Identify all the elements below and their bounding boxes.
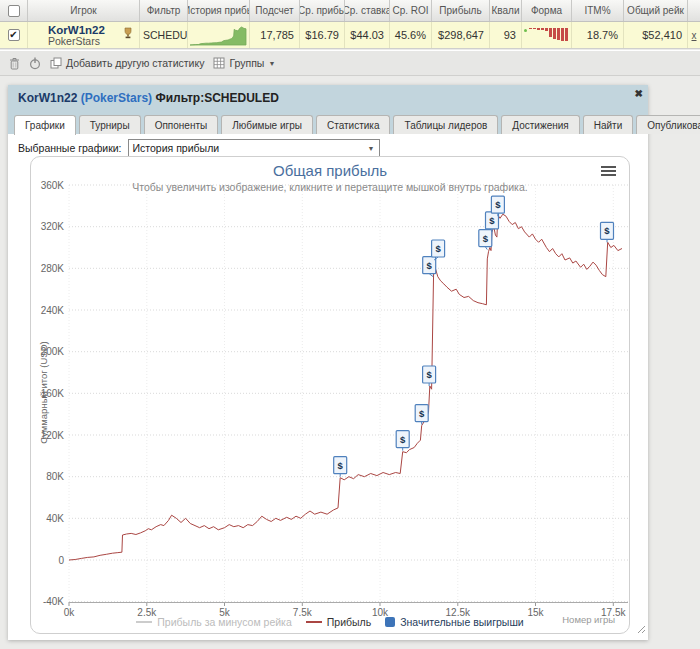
tab-opponents[interactable]: Оппоненты — [144, 115, 219, 134]
legend-item-1[interactable]: Прибыль — [306, 616, 371, 628]
y-tick-label: -40K — [43, 596, 64, 607]
legend-swatch — [136, 621, 152, 623]
form-dot — [524, 29, 527, 32]
close-panel-icon[interactable]: ✖ — [635, 88, 643, 99]
chart-menu-icon[interactable] — [601, 166, 616, 178]
player-stats-table: Игрок Фильтр История прибы Подсчет Ср. п… — [0, 0, 700, 49]
y-tick-label: 320K — [41, 221, 65, 232]
tab-statistics[interactable]: Статистика — [316, 115, 391, 134]
profit-line — [69, 214, 622, 560]
col-avg-roi[interactable]: Ср. ROI — [390, 0, 432, 21]
form-bar — [541, 28, 544, 30]
x-axis-title: Номер игры — [562, 614, 615, 625]
add-statistic-label: Добавить другую статистику — [66, 57, 204, 69]
avg-profit-cell: $16.79 — [300, 22, 345, 48]
trophy-icon — [123, 27, 133, 41]
profit-cell: $298,647 — [432, 22, 490, 48]
profit-history-sparkline — [188, 22, 250, 48]
win-marker[interactable]: $ — [479, 230, 492, 250]
table-row: ✔ KorW1n22 PokerStars SCHEDULED 17,785 $… — [0, 22, 700, 49]
select-all-checkbox[interactable] — [8, 5, 20, 17]
tab-favorite-games[interactable]: Любимые игры — [221, 115, 313, 134]
win-marker[interactable]: $ — [396, 431, 409, 451]
panel-site-link[interactable]: (PokerStars) — [81, 91, 152, 105]
player-detail-panel: KorW1n22 (PokerStars) Фильтр:SCHEDULED ✖… — [8, 85, 648, 640]
col-qualifies[interactable]: Квали — [490, 0, 522, 21]
win-marker[interactable]: $ — [486, 212, 499, 232]
legend-label: Значительные выигрыши — [400, 616, 523, 628]
col-profit[interactable]: Прибыль — [432, 0, 490, 21]
tab-achievements[interactable]: Достижения — [501, 115, 579, 134]
col-avg-stake[interactable]: Ср. ставка — [345, 0, 390, 21]
win-marker[interactable]: $ — [334, 457, 347, 477]
row-checkbox[interactable]: ✔ — [8, 29, 20, 41]
tab-tournaments[interactable]: Турниры — [79, 115, 141, 134]
chart-plot-area[interactable]: 0k2.5k5k7.5k10k12.5k15k17.5k360K320K280K… — [31, 157, 631, 635]
refresh-button[interactable] — [29, 57, 41, 70]
form-bar — [549, 28, 552, 37]
legend-label: Прибыль — [327, 616, 371, 628]
win-marker[interactable]: $ — [601, 222, 614, 242]
tabs-bar: ГрафикиТурнирыОппонентыЛюбимые игрыСтати… — [8, 111, 648, 134]
graph-select-dropdown[interactable]: История прибыли ▼ — [128, 139, 380, 157]
panel-content: Выбранные графики: История прибыли ▼ Общ… — [8, 134, 648, 640]
form-bar — [537, 28, 540, 30]
tab-find[interactable]: Найти — [583, 115, 634, 134]
y-tick-label: 40K — [46, 513, 64, 524]
form-bar — [557, 28, 560, 40]
power-icon — [29, 57, 41, 70]
y-tick-label: 80K — [46, 471, 64, 482]
svg-text:$: $ — [400, 434, 406, 445]
win-marker[interactable]: $ — [432, 240, 445, 260]
add-statistic-button[interactable]: Добавить другую статистику — [50, 57, 204, 69]
col-player[interactable]: Игрок — [28, 0, 140, 21]
chart-container: Общая прибыль Чтобы увеличить изображени… — [30, 156, 630, 634]
form-bar — [529, 28, 532, 29]
panel-player-name: KorW1n22 — [18, 91, 77, 105]
remove-row-link[interactable]: x — [688, 22, 700, 48]
win-marker[interactable]: $ — [491, 196, 504, 216]
win-marker[interactable]: $ — [415, 405, 428, 425]
toolbar: Добавить другую статистику Группы ▼ — [0, 50, 700, 76]
col-total-rake[interactable]: Общий рейк — [624, 0, 688, 21]
copy-icon — [50, 57, 62, 69]
player-name-link[interactable]: KorW1n22 — [48, 24, 105, 36]
svg-text:$: $ — [483, 233, 489, 244]
y-axis-title: Суммарный итог (USD) — [38, 303, 49, 483]
graph-select-row: Выбранные графики: История прибыли ▼ — [8, 134, 648, 157]
col-count[interactable]: Подсчет — [250, 0, 300, 21]
table-header-row: Игрок Фильтр История прибы Подсчет Ср. п… — [0, 0, 700, 22]
svg-text:$: $ — [338, 460, 344, 471]
win-marker[interactable]: $ — [423, 257, 436, 277]
col-form[interactable]: Форма — [522, 0, 572, 21]
delete-button[interactable] — [9, 57, 20, 70]
avg-roi-cell: 45.6% — [390, 22, 432, 48]
total-rake-cell: $52,410 — [624, 22, 688, 48]
groups-button[interactable]: Группы ▼ — [213, 57, 275, 69]
col-profit-history[interactable]: История прибы — [188, 0, 250, 21]
groups-caret-icon: ▼ — [268, 60, 275, 67]
filter-cell: SCHEDULED — [140, 22, 188, 48]
panel-header: KorW1n22 (PokerStars) Фильтр:SCHEDULED ✖ — [8, 85, 648, 111]
itm-cell: 18.7% — [572, 22, 624, 48]
svg-text:$: $ — [489, 215, 495, 226]
win-marker[interactable]: $ — [423, 366, 436, 386]
graph-select-value: История прибыли — [133, 142, 220, 154]
resize-handle[interactable] — [637, 620, 646, 638]
legend-swatch — [385, 617, 395, 627]
player-cell: KorW1n22 PokerStars — [28, 22, 140, 48]
col-itm[interactable]: ITM% — [572, 0, 624, 21]
legend-item-2[interactable]: Значительные выигрыши — [385, 616, 523, 628]
tab-graphs[interactable]: Графики — [14, 115, 76, 135]
chart-title: Общая прибыль — [31, 162, 629, 179]
tab-leaderboards[interactable]: Таблицы лидеров — [393, 115, 498, 134]
tab-publish[interactable]: Опубликовать — [636, 115, 700, 134]
form-bar — [565, 28, 568, 41]
svg-text:$: $ — [604, 225, 610, 236]
col-filter[interactable]: Фильтр — [140, 0, 188, 21]
col-avg-profit[interactable]: Ср. прибы — [300, 0, 345, 21]
sparkline-area — [190, 27, 246, 45]
legend-item-0[interactable]: Прибыль за минусом рейка — [136, 616, 291, 628]
svg-text:$: $ — [427, 260, 433, 271]
legend-label: Прибыль за минусом рейка — [157, 616, 291, 628]
